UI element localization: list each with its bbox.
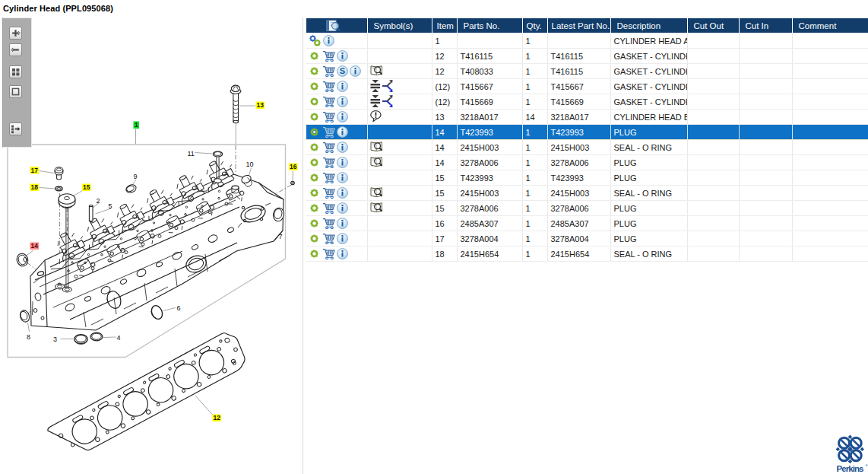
svg-text:2: 2 — [97, 197, 100, 205]
svg-text:13: 13 — [257, 101, 265, 109]
svg-text:3: 3 — [53, 336, 57, 343]
svg-text:5: 5 — [109, 202, 112, 210]
svg-text:7: 7 — [279, 233, 283, 240]
svg-text:18: 18 — [31, 183, 39, 191]
svg-text:1: 1 — [135, 121, 138, 129]
svg-text:15: 15 — [83, 183, 90, 191]
svg-text:Perkins: Perkins — [837, 464, 864, 473]
svg-text:17: 17 — [31, 167, 39, 174]
svg-text:11: 11 — [188, 150, 195, 157]
svg-text:6: 6 — [177, 304, 181, 312]
svg-text:4: 4 — [117, 334, 121, 342]
svg-text:8: 8 — [27, 333, 30, 341]
svg-text:9: 9 — [134, 173, 138, 180]
svg-text:12: 12 — [214, 414, 221, 422]
svg-text:10: 10 — [246, 161, 254, 168]
svg-text:16: 16 — [290, 163, 297, 170]
svg-text:14: 14 — [31, 242, 39, 250]
